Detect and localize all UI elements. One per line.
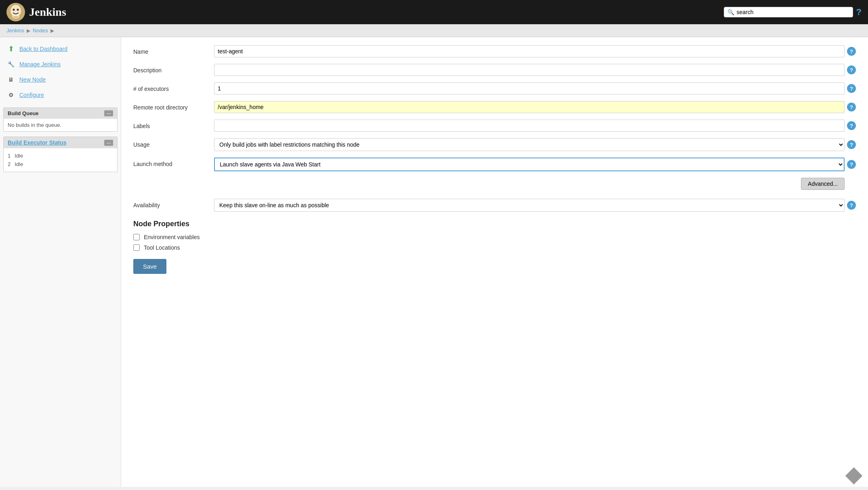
sidebar-item-back-to-dashboard[interactable]: ⬆ Back to Dashboard [0,41,121,57]
wrench-icon: 🔧 [6,60,15,69]
input-name[interactable] [214,45,845,57]
help-button-name[interactable]: ? [847,47,856,56]
build-queue-empty-message: No builds in the queue. [8,122,61,128]
sidebar: ⬆ Back to Dashboard 🔧 Manage Jenkins 🖥 N… [0,37,121,487]
svg-point-3 [17,9,19,11]
label-tool-locations: Tool Locations [144,244,180,251]
label-availability: Availability [133,199,214,208]
form-row-labels: Labels ? [133,120,856,132]
build-executor-header: Build Executor Status — [4,137,117,148]
search-input[interactable] [737,9,849,15]
build-queue-panel: Build Queue — No builds in the queue. [3,107,118,132]
form-row-availability: Availability Keep this slave on-line as … [133,199,856,212]
sidebar-item-label: Back to Dashboard [19,46,67,52]
breadcrumb-jenkins[interactable]: Jenkins [6,27,24,34]
help-button-description[interactable]: ? [847,65,856,74]
advanced-button[interactable]: Advanced... [801,178,845,190]
control-wrap-description: ? [214,64,856,76]
control-wrap-usage: Only build jobs with label restrictions … [214,138,856,151]
checkbox-env-vars[interactable] [133,234,140,240]
breadcrumb-arrow-2: ▶ [50,28,54,34]
label-labels: Labels [133,120,214,129]
form-row-usage: Usage Only build jobs with label restric… [133,138,856,151]
monitor-icon: 🖥 [6,75,15,84]
form-row-remote-root: Remote root directory ? [133,101,856,113]
input-description[interactable] [214,64,845,76]
search-box[interactable]: 🔍 [724,7,853,17]
build-queue-body: No builds in the queue. [4,119,117,131]
form-row-name: Name ? [133,45,856,57]
label-launch-method: Launch method [133,158,214,167]
breadcrumb-nodes[interactable]: Nodes [33,27,48,34]
help-button-labels[interactable]: ? [847,121,856,130]
advanced-row: Advanced... [133,178,845,195]
help-button-launch-method[interactable]: ? [847,160,856,169]
control-wrap-executors: ? [214,82,856,95]
control-wrap-launch-method: Launch slave agents via Java Web Start L… [214,158,856,171]
build-executor-body: 1 Idle 2 Idle [4,148,117,172]
label-executors: # of executors [133,82,214,92]
select-usage[interactable]: Only build jobs with label restrictions … [214,138,845,151]
breadcrumb-arrow-1: ▶ [27,28,30,34]
sidebar-item-new-node[interactable]: 🖥 New Node [0,72,121,87]
header-left: Jenkins [6,3,66,21]
help-button-remote-root[interactable]: ? [847,103,856,111]
jenkins-logo [6,3,25,21]
checkbox-tool-locations[interactable] [133,244,140,251]
gear-icon: ⚙ [6,90,15,99]
label-name: Name [133,45,214,55]
sidebar-item-label: New Node [19,76,46,83]
input-remote-root[interactable] [214,101,845,113]
control-wrap-name: ? [214,45,856,57]
help-icon[interactable]: ? [856,7,862,17]
input-executors[interactable] [214,82,845,95]
help-button-availability[interactable]: ? [847,201,856,210]
header: Jenkins 🔍 ? [0,0,868,24]
control-wrap-availability: Keep this slave on-line as much as possi… [214,199,856,212]
executor-2-number: 2 [8,161,11,167]
executor-1: 1 Idle [8,151,113,160]
control-wrap-remote-root: ? [214,101,856,113]
header-right: 🔍 ? [724,7,862,17]
control-wrap-labels: ? [214,120,856,132]
build-queue-title: Build Queue [8,110,39,116]
form-row-description: Description ? [133,64,856,76]
executor-2-status: Idle [15,161,23,167]
form-row-launch-method: Launch method Launch slave agents via Ja… [133,158,856,171]
main-content: Name ? Description ? # of executors ? Re… [121,37,868,487]
build-executor-title[interactable]: Build Executor Status [8,139,66,146]
executor-1-number: 1 [8,153,11,159]
executor-1-status: Idle [15,153,23,159]
node-properties-title: Node Properties [133,220,856,228]
form-row-executors: # of executors ? [133,82,856,95]
executor-2: 2 Idle [8,160,113,168]
checkbox-row-tool-locations: Tool Locations [133,244,856,251]
checkbox-row-env-vars: Environment variables [133,234,856,240]
input-labels[interactable] [214,120,845,132]
arrow-up-icon: ⬆ [6,44,15,53]
search-icon: 🔍 [727,9,734,15]
sidebar-item-manage-jenkins[interactable]: 🔧 Manage Jenkins [0,57,121,72]
build-queue-minimize-button[interactable]: — [104,110,113,116]
svg-point-2 [13,9,15,11]
build-executor-panel: Build Executor Status — 1 Idle 2 Idle [3,137,118,172]
sidebar-item-label: Manage Jenkins [19,61,61,67]
label-remote-root: Remote root directory [133,101,214,111]
help-button-usage[interactable]: ? [847,140,856,149]
label-description: Description [133,64,214,74]
sidebar-item-label: Configure [19,92,44,98]
breadcrumb: Jenkins ▶ Nodes ▶ [0,24,868,37]
select-availability[interactable]: Keep this slave on-line as much as possi… [214,199,845,212]
jenkins-title: Jenkins [29,6,66,19]
build-queue-header: Build Queue — [4,108,117,119]
save-button[interactable]: Save [133,259,166,274]
node-properties-section: Node Properties Environment variables To… [133,220,856,251]
sidebar-item-configure[interactable]: ⚙ Configure [0,87,121,103]
main-layout: ⬆ Back to Dashboard 🔧 Manage Jenkins 🖥 N… [0,37,868,487]
build-executor-minimize-button[interactable]: — [104,140,113,146]
select-launch-method[interactable]: Launch slave agents via Java Web Start L… [214,158,845,171]
label-usage: Usage [133,138,214,148]
label-env-vars: Environment variables [144,234,200,240]
help-button-executors[interactable]: ? [847,84,856,93]
